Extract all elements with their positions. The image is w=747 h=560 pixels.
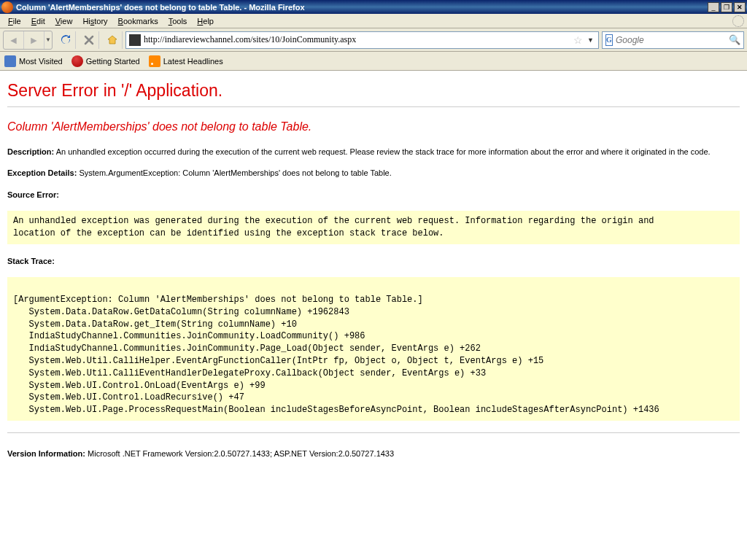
- source-error-box: An unhandled exception was generated dur…: [7, 211, 740, 244]
- version-separator: [7, 432, 740, 433]
- page-content: Server Error in '/' Application. Column …: [0, 71, 747, 464]
- error-heading: Column 'AlertMemberships' does not belon…: [7, 120, 740, 133]
- mozilla-icon: [71, 55, 83, 67]
- menu-edit[interactable]: Edit: [26, 15, 50, 27]
- stop-icon: [84, 35, 94, 45]
- back-button[interactable]: ◄: [4, 31, 24, 49]
- search-icon[interactable]: 🔍: [729, 34, 740, 45]
- url-bar[interactable]: ☆ ▼: [125, 31, 599, 49]
- source-error-label: Source Error:: [7, 190, 59, 199]
- home-icon: [107, 34, 118, 46]
- google-engine-icon[interactable]: G: [605, 34, 613, 46]
- menu-tools[interactable]: Tools: [163, 15, 193, 27]
- version-info: Version Information: Microsoft .NET Fram…: [7, 449, 740, 458]
- stack-trace-box: [ArgumentException: Column 'AlertMembers…: [7, 277, 740, 421]
- history-dropdown-button[interactable]: ▼: [44, 31, 52, 49]
- menu-file[interactable]: File: [3, 15, 26, 27]
- bookmark-latest-headlines[interactable]: Latest Headlines: [149, 55, 223, 67]
- bookmarks-toolbar: Most Visited Getting Started Latest Head…: [0, 52, 747, 71]
- back-forward-group: ◄ ► ▼: [3, 31, 53, 50]
- page-title: Server Error in '/' Application.: [7, 81, 740, 101]
- window-titlebar: Column 'AlertMemberships' does not belon…: [0, 0, 747, 14]
- menu-view[interactable]: View: [50, 15, 78, 27]
- url-dropdown-icon[interactable]: ▼: [586, 36, 595, 44]
- restore-button[interactable]: ❐: [721, 2, 732, 12]
- search-input[interactable]: [616, 35, 726, 45]
- menu-bar: File Edit View History Bookmarks Tools H…: [0, 14, 747, 28]
- menu-history[interactable]: History: [77, 15, 112, 27]
- right-arrow-icon: ►: [29, 34, 39, 46]
- bookmark-star-icon[interactable]: ☆: [573, 34, 583, 46]
- folder-icon: [4, 55, 16, 67]
- source-error-label-field: Source Error:: [7, 190, 740, 201]
- exception-details-field: Exception Details: System.ArgumentExcept…: [7, 168, 740, 179]
- menu-help[interactable]: Help: [192, 15, 219, 27]
- stack-trace-label: Stack Trace:: [7, 257, 55, 265]
- bookmark-getting-started[interactable]: Getting Started: [71, 55, 140, 67]
- bookmark-label: Getting Started: [86, 57, 140, 66]
- close-button[interactable]: ✕: [734, 2, 746, 12]
- window-controls: _ ❐ ✕: [708, 2, 746, 12]
- search-box[interactable]: G 🔍: [602, 31, 744, 49]
- home-button[interactable]: [102, 31, 123, 49]
- rss-feed-icon: [149, 55, 160, 67]
- firefox-icon: [1, 1, 13, 13]
- description-field: Description: An unhandled exception occu…: [7, 147, 740, 158]
- minimize-button[interactable]: _: [708, 2, 719, 12]
- stop-button[interactable]: [79, 31, 99, 49]
- version-text: Microsoft .NET Framework Version:2.0.507…: [85, 449, 394, 458]
- stack-trace-label-field: Stack Trace:: [7, 256, 740, 267]
- reload-button[interactable]: [55, 31, 76, 49]
- activity-indicator-icon: [732, 15, 744, 27]
- exception-text: System.ArgumentException: Column 'AlertM…: [77, 168, 391, 177]
- description-text: An unhandled exception occurred during t…: [54, 147, 710, 156]
- url-input[interactable]: [144, 34, 570, 45]
- bookmark-label: Most Visited: [19, 57, 63, 66]
- description-label: Description:: [7, 147, 54, 156]
- version-label: Version Information:: [7, 449, 85, 458]
- forward-button[interactable]: ►: [24, 31, 44, 49]
- bookmark-most-visited[interactable]: Most Visited: [4, 55, 63, 67]
- left-arrow-icon: ◄: [9, 34, 19, 46]
- reload-icon: [60, 34, 71, 46]
- title-separator: [7, 106, 740, 107]
- window-title: Column 'AlertMemberships' does not belon…: [16, 3, 708, 12]
- navigation-toolbar: ◄ ► ▼ ☆ ▼ G 🔍: [0, 28, 747, 52]
- menu-bookmarks[interactable]: Bookmarks: [113, 15, 163, 27]
- exception-label: Exception Details:: [7, 168, 77, 177]
- bookmark-label: Latest Headlines: [163, 57, 223, 66]
- site-favicon-icon: [129, 34, 141, 46]
